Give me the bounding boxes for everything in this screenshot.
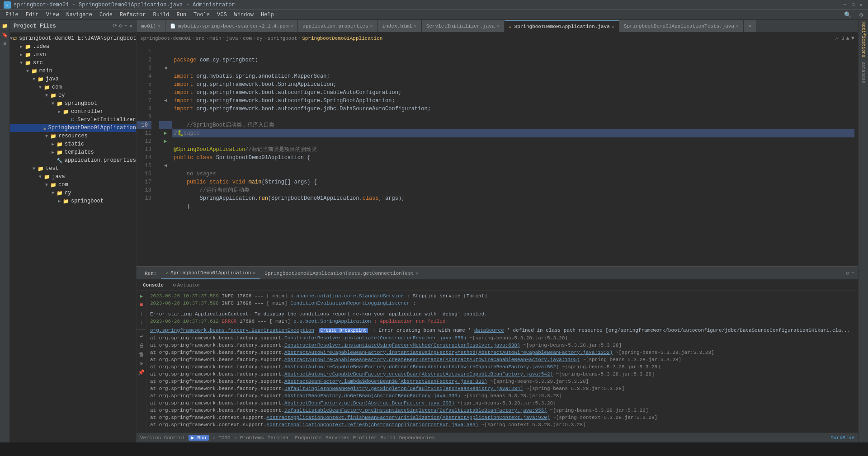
tree-src[interactable]: ▼ 📁 src xyxy=(10,59,136,67)
run-gutter-11[interactable]: ▶ xyxy=(159,129,172,137)
soft-wrap-button[interactable]: ↩ xyxy=(138,333,145,340)
problems-status[interactable]: ⚠ Problems xyxy=(234,435,264,441)
sync-icon[interactable]: ⟳ xyxy=(113,23,117,29)
scroll-end-button[interactable]: ↓ xyxy=(138,310,145,318)
profiler-status[interactable]: Profiler xyxy=(353,435,377,441)
bottom-tab-tests[interactable]: SpringbootDemo01ApplicationTests.getConn… xyxy=(260,268,423,279)
stack-link-8[interactable]: DefaultSingletonBeanRegistry.getSingleto… xyxy=(284,386,523,391)
minimize-button[interactable]: ─ xyxy=(842,2,848,8)
stop-button[interactable]: ■ xyxy=(138,301,145,309)
menu-build[interactable]: Build xyxy=(149,10,173,20)
tree-root[interactable]: ▼ 🗂 springboot-demo01 E:\JAVA\springboot… xyxy=(10,34,136,42)
tab-close-app-props[interactable]: ✕ xyxy=(370,24,373,29)
tree-test-java[interactable]: ▼ 📁 java xyxy=(10,173,136,181)
tab-close-app[interactable]: ✕ xyxy=(612,24,614,29)
scroll-top-button[interactable]: ↑ xyxy=(138,320,145,327)
exception-link[interactable]: org.springframework.beans.factory.BeanCr… xyxy=(150,328,314,333)
run-gutter-12[interactable]: ▶ xyxy=(159,137,172,146)
menu-help[interactable]: Help xyxy=(257,10,278,20)
menu-tools[interactable]: Tools xyxy=(190,10,213,20)
menu-file[interactable]: File xyxy=(2,10,22,20)
tree-com[interactable]: ▼ 📁 com xyxy=(10,83,136,91)
stack-link-2[interactable]: ConstructorResolver.instantiateUsingFact… xyxy=(284,343,520,348)
tab-servlet[interactable]: ServletInitializer.java ✕ xyxy=(422,20,505,32)
settings-bottom-icon[interactable]: ⚙ xyxy=(846,270,849,277)
todo-status[interactable]: ✓ TODO xyxy=(212,435,231,441)
console-tab[interactable]: Console xyxy=(140,282,166,289)
maximize-button[interactable]: □ xyxy=(850,2,856,8)
tab-mybatis-pom[interactable]: 📄 mybatis-spring-boot-starter-2.1.4.pom … xyxy=(165,20,298,32)
project-icon[interactable]: 📁 xyxy=(1,22,9,30)
clear-button[interactable]: 🗑 xyxy=(138,351,145,358)
stack-link-3[interactable]: AbstractAutowireCapableBeanFactory.insta… xyxy=(284,350,613,355)
search-everywhere-button[interactable]: 🔍 xyxy=(843,10,853,20)
tree-resources[interactable]: ▼ 📁 resources xyxy=(10,132,136,140)
tree-cy[interactable]: ▼ 📁 cy xyxy=(10,91,136,99)
fold-gutter-15[interactable]: ◀ xyxy=(159,162,172,170)
tab-close-pom-short[interactable]: ✕ xyxy=(158,24,160,29)
tree-test-com[interactable]: ▼ 📁 com xyxy=(10,181,136,189)
gear-icon[interactable]: ⚙ xyxy=(119,23,122,29)
tree-app-props[interactable]: 🔧 application.properties xyxy=(10,156,136,165)
menu-view[interactable]: View xyxy=(42,10,63,20)
settings-button[interactable]: ⚙ xyxy=(856,10,866,20)
rerun-button[interactable]: ▶ xyxy=(138,292,145,300)
menu-edit[interactable]: Edit xyxy=(22,10,42,20)
tree-controller[interactable]: ▶ 📁 controller xyxy=(10,108,136,116)
tab-close-tests[interactable]: ✕ xyxy=(736,24,739,29)
services-status[interactable]: Services xyxy=(326,435,349,441)
tab-springboot-tests[interactable]: SpringbootDemo01ApplicationTests.java ✕ xyxy=(619,20,744,32)
pin-button[interactable]: 📌 xyxy=(138,369,145,376)
dependencies-status[interactable]: Dependencies xyxy=(399,435,435,441)
print-button[interactable]: 🖨 xyxy=(138,342,145,349)
database-icon[interactable]: Database xyxy=(859,59,868,86)
close-button[interactable]: ✕ xyxy=(858,2,864,8)
run-status[interactable]: ▶ Run xyxy=(189,435,209,441)
menu-run[interactable]: Run xyxy=(173,10,190,20)
scroll-down-icon[interactable]: ▼ xyxy=(851,35,854,42)
tab-springboot-app[interactable]: ☕ SpringbootDemo01Application.java ✕ xyxy=(505,20,619,32)
stack-link-1[interactable]: ConstructorResolver.instantiate(Construc… xyxy=(284,335,467,341)
tab-more[interactable]: » xyxy=(744,20,756,32)
stack-link-9[interactable]: AbstractBeanFactory.doGetBean(AbstractBe… xyxy=(284,393,460,399)
tree-springboot-app[interactable]: ☕ SpringbootDemo01Application xyxy=(10,124,136,132)
actuator-tab[interactable]: ⚙ Actuator xyxy=(170,281,203,289)
collapse-icon[interactable]: − xyxy=(124,23,127,29)
code-text[interactable]: package com.cy.springboot; import org.my… xyxy=(172,46,858,227)
menu-vcs[interactable]: VCS xyxy=(213,10,231,20)
tree-static[interactable]: ▶ 📁 static xyxy=(10,140,136,148)
tab-close-servlet[interactable]: ✕ xyxy=(496,24,499,29)
close-panel-icon[interactable]: ✕ xyxy=(129,23,132,29)
stack-link-6[interactable]: AbstractAutowireCapableBeanFactory.creat… xyxy=(284,371,553,377)
structure-icon[interactable]: ≡ xyxy=(1,40,9,48)
tree-springboot[interactable]: ▼ 📁 springboot xyxy=(10,99,136,108)
titlebar-controls[interactable]: ─ □ ✕ xyxy=(842,2,864,8)
tab-index-html[interactable]: index.html ✕ xyxy=(378,20,422,32)
filter-button[interactable]: ⊙ xyxy=(138,360,145,367)
tab-app-props[interactable]: application.properties ✕ xyxy=(298,20,377,32)
close-tab-tests[interactable]: ✕ xyxy=(415,271,418,276)
tree-idea[interactable]: ▶ 📁 .idea xyxy=(10,42,136,51)
tree-templates[interactable]: ▶ 📁 templates xyxy=(10,148,136,156)
tab-close-mybatis[interactable]: ✕ xyxy=(290,24,293,29)
tree-servlet[interactable]: C ServletInitializer xyxy=(10,116,136,124)
tab-close-index[interactable]: ✕ xyxy=(414,24,417,29)
version-control-status[interactable]: Version Control xyxy=(140,435,185,441)
stack-link-11[interactable]: DefaultListableBeanFactory.preInstantiat… xyxy=(284,408,547,413)
console-output[interactable]: 2023-06-26 10:37:37.589 INFO 17696 --- [… xyxy=(146,291,858,432)
tree-java[interactable]: ▼ 📁 java xyxy=(10,75,136,83)
scroll-up-icon[interactable]: ▲ xyxy=(846,35,849,42)
stack-link-13[interactable]: AbstractApplicationContext.refresh(Abstr… xyxy=(266,422,478,428)
notifications-icon[interactable]: Notifications xyxy=(859,22,868,58)
code-lines[interactable]: ◀ ◀ ▶ ▶ ◀ xyxy=(159,44,858,266)
menu-window[interactable]: Window xyxy=(231,10,257,20)
close-tab-app[interactable]: ✕ xyxy=(253,270,255,276)
tree-test-springboot[interactable]: ▶ 📁 springboot xyxy=(10,197,136,205)
tree-mvn[interactable]: ▶ 📁 .mvn xyxy=(10,51,136,59)
close-bottom-icon[interactable]: − xyxy=(851,270,854,277)
stack-link-12[interactable]: AbstractApplicationContext.finishBeanFac… xyxy=(266,415,550,420)
tab-pom-short[interactable]: mo01) ✕ xyxy=(137,20,165,32)
tree-test-cy[interactable]: ▼ 📁 cy xyxy=(10,189,136,197)
stack-link-7[interactable]: AbstractBeanFactory.lambda$doGetBean$0(A… xyxy=(284,379,487,384)
endpoints-status[interactable]: Endpoints xyxy=(295,435,322,441)
